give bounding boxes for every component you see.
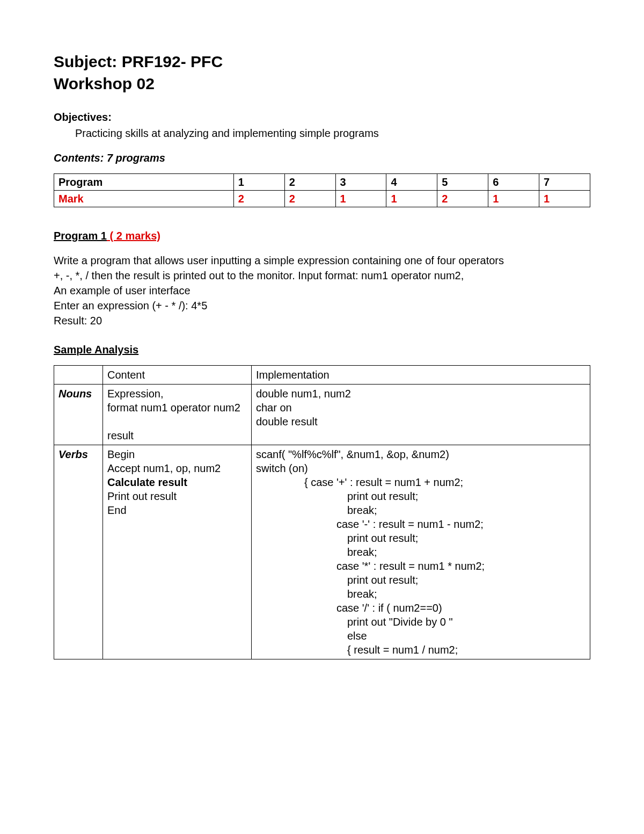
cell: 1 — [386, 191, 437, 207]
cell: Implementation — [252, 366, 590, 385]
code-line: print out "Divide by 0 " — [256, 615, 586, 629]
text: Accept num1, op, num2 — [107, 462, 221, 474]
cell-mark-label: Mark — [54, 191, 234, 207]
code-line: else — [256, 629, 586, 643]
code-line: switch (on) — [256, 461, 586, 475]
cell: scanf( "%lf%c%lf", &num1, &op, &num2)swi… — [252, 445, 590, 659]
text: End — [107, 504, 127, 516]
cell: Expression, format num1 operator num2 re… — [103, 385, 252, 445]
cell: 3 — [335, 174, 386, 191]
text: Calculate result — [107, 476, 187, 488]
desc-line: Write a program that allows user inputti… — [54, 253, 590, 267]
cell-nouns-label: Nouns — [54, 385, 103, 445]
cell-verbs-label: Verbs — [54, 445, 103, 659]
desc-line: +, -, *, / then the result is printed ou… — [54, 269, 590, 282]
code-line: { case '+' : result = num1 + num2; — [256, 475, 586, 489]
cell: double num1, num2 char on double result — [252, 385, 590, 445]
cell: 2 — [233, 191, 284, 207]
text: double result — [256, 416, 318, 427]
cell: 7 — [539, 174, 590, 191]
cell: 2 — [284, 174, 335, 191]
code-line: print out result; — [256, 573, 586, 587]
objectives-text: Practicing skills at analyzing and imple… — [75, 126, 590, 140]
sample-analysis-label: Sample Analysis — [54, 343, 590, 357]
text: Expression, — [107, 388, 164, 400]
text: format num1 operator num2 — [107, 402, 240, 414]
analysis-table: Content Implementation Nouns Expression,… — [54, 365, 590, 659]
contents-label: Contents: 7 programs — [54, 151, 590, 165]
code-line: break; — [256, 503, 586, 517]
cell: 1 — [335, 191, 386, 207]
text: Print out result — [107, 490, 177, 502]
cell: 5 — [437, 174, 488, 191]
text: Begin — [107, 448, 135, 460]
table-row: Mark 2 2 1 1 2 1 1 — [54, 191, 590, 207]
text: double num1, num2 — [256, 388, 351, 400]
cell: 2 — [437, 191, 488, 207]
code-line: print out result; — [256, 531, 586, 545]
text: char on — [256, 402, 292, 414]
cell — [54, 366, 103, 385]
table-row: Nouns Expression, format num1 operator n… — [54, 385, 590, 445]
code-line: case '/' : if ( num2==0) — [256, 601, 586, 615]
desc-line: An example of user interface — [54, 284, 590, 298]
desc-line: Enter an expression (+ - * /): 4*5 — [54, 299, 590, 313]
code-line: break; — [256, 587, 586, 601]
program-heading: Program 1 ( 2 marks) — [54, 229, 590, 243]
desc-line: Result: 20 — [54, 314, 590, 328]
table-row: Verbs Begin Accept num1, op, num2 Calcul… — [54, 445, 590, 659]
marks-table: Program 1 2 3 4 5 6 7 Mark 2 2 1 1 2 1 1 — [54, 173, 590, 207]
cell: Begin Accept num1, op, num2 Calculate re… — [103, 445, 252, 659]
table-row: Content Implementation — [54, 366, 590, 385]
cell: 2 — [284, 191, 335, 207]
page-subtitle: Workshop 02 — [54, 73, 590, 94]
cell: 1 — [539, 191, 590, 207]
code-line: break; — [256, 545, 586, 559]
code-line: scanf( "%lf%c%lf", &num1, &op, &num2) — [256, 447, 586, 461]
code-line: print out result; — [256, 489, 586, 503]
cell: 1 — [233, 174, 284, 191]
cell-program-label: Program — [54, 174, 234, 191]
cell: 6 — [488, 174, 539, 191]
program-heading-red: ( 2 marks) — [107, 230, 160, 242]
objectives-label: Objectives: — [54, 110, 590, 124]
cell: 4 — [386, 174, 437, 191]
text: result — [107, 430, 134, 441]
code-line: case '*' : result = num1 * num2; — [256, 559, 586, 573]
program-description: Write a program that allows user inputti… — [54, 253, 590, 328]
cell: Content — [103, 366, 252, 385]
page-title: Subject: PRF192- PFC — [54, 51, 590, 72]
code-line: case '-' : result = num1 - num2; — [256, 517, 586, 531]
program-heading-black: Program 1 — [54, 230, 107, 242]
table-row: Program 1 2 3 4 5 6 7 — [54, 174, 590, 191]
code-line: { result = num1 / num2; — [256, 643, 586, 657]
cell: 1 — [488, 191, 539, 207]
